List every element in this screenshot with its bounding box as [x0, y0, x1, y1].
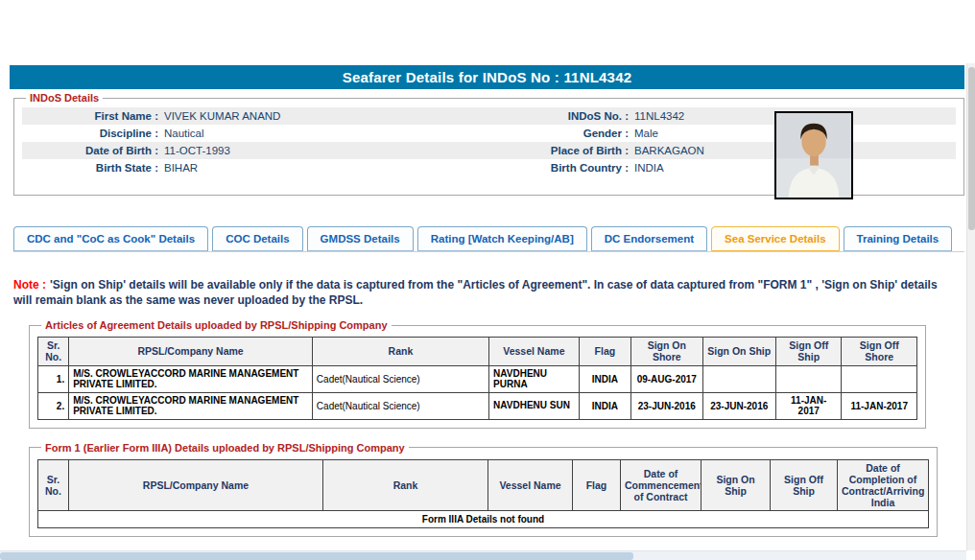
- first-name-label: First Name :: [22, 110, 164, 122]
- form1-table: Sr. No. RPSL/Company Name Rank Vessel Na…: [37, 459, 929, 528]
- tab-rating-watch-keeping-ab[interactable]: Rating [Watch Keeping/AB]: [417, 226, 587, 251]
- cell-rank: Cadet(Nautical Science): [312, 392, 488, 419]
- vertical-scrollbar-thumb[interactable]: [968, 67, 975, 230]
- table-row: 1. M/S. CROWLEYACCORD MARINE MANAGEMENT …: [38, 365, 917, 392]
- cell-sr-no: 1.: [38, 365, 69, 392]
- date-of-birth-label: Date of Birth :: [22, 145, 164, 156]
- form1-section: Form 1 (Earlier Form IIIA) Details uploa…: [29, 442, 938, 537]
- indos-no-label: INDoS No. :: [481, 110, 634, 122]
- col-rpsl-company-name: RPSL/Company Name: [69, 459, 323, 510]
- col-sr-no: Sr. No.: [38, 338, 69, 365]
- articles-header-row: Sr. No. RPSL/Company Name Rank Vessel Na…: [38, 338, 917, 365]
- note-body: 'Sign on Ship' details will be available…: [13, 278, 938, 307]
- cell-sr-no: 2.: [38, 392, 69, 419]
- cell-company: M/S. CROWLEYACCORD MARINE MANAGEMENT PRI…: [69, 365, 313, 392]
- discipline-label: Discipline :: [22, 128, 164, 139]
- tab-coc-details[interactable]: COC Details: [212, 226, 302, 251]
- first-name-value: VIVEK KUMAR ANAND: [164, 110, 481, 122]
- col-rank: Rank: [323, 459, 488, 510]
- tab-cdc-coc-cook-details[interactable]: CDC and "CoC as Cook" Details: [13, 226, 208, 251]
- cell-sign-on-shore: 23-JUN-2016: [631, 392, 702, 419]
- col-flag: Flag: [573, 459, 621, 510]
- birth-country-label: Birth Country :: [481, 162, 634, 174]
- articles-legend: Articles of Agreement Details uploaded b…: [41, 319, 392, 331]
- note-label: Note :: [13, 278, 46, 292]
- seafarer-photo: [774, 111, 853, 199]
- cell-sign-on-ship: 23-JUN-2016: [702, 392, 776, 419]
- col-sign-on-ship: Sign On Ship: [702, 459, 771, 510]
- vertical-scrollbar[interactable]: [966, 63, 975, 550]
- form1-header-row: Sr. No. RPSL/Company Name Rank Vessel Na…: [38, 459, 929, 510]
- gender-label: Gender :: [481, 128, 634, 139]
- col-sign-on-shore: Sign On Shore: [631, 338, 702, 365]
- col-sr-no: Sr. No.: [38, 459, 69, 510]
- col-vessel-name: Vessel Name: [489, 338, 580, 365]
- form1-legend: Form 1 (Earlier Form IIIA) Details uploa…: [41, 442, 409, 454]
- indos-details-section: INDoS Details First Name : VIVEK KUMAR A…: [13, 92, 964, 196]
- col-date-of-completion: Date of Completion of Contract/Arriving …: [838, 459, 929, 510]
- horizontal-scrollbar-thumb[interactable]: [0, 552, 633, 560]
- tab-sea-service-details[interactable]: Sea Service Details: [711, 226, 840, 251]
- cell-company: M/S. CROWLEYACCORD MARINE MANAGEMENT PRI…: [69, 392, 313, 419]
- cell-sign-off-shore: [842, 365, 917, 392]
- birth-state-label: Birth State :: [22, 162, 164, 174]
- articles-of-agreement-section: Articles of Agreement Details uploaded b…: [29, 319, 926, 428]
- discipline-value: Nautical: [164, 128, 481, 139]
- cell-flag: INDIA: [579, 392, 630, 419]
- note-text: Note :'Sign on Ship' details will be ava…: [13, 277, 953, 308]
- empty-message: Form IIIA Details not found: [38, 510, 929, 527]
- date-of-birth-value: 11-OCT-1993: [164, 145, 481, 156]
- horizontal-scrollbar[interactable]: [0, 550, 966, 560]
- col-flag: Flag: [579, 338, 630, 365]
- cell-flag: INDIA: [579, 365, 630, 392]
- page-title: Seafarer Details for INDoS No : 11NL4342: [10, 65, 964, 89]
- col-sign-off-ship: Sign Off Ship: [771, 459, 838, 510]
- place-of-birth-label: Place of Birth :: [481, 145, 634, 156]
- cell-sign-off-ship: [776, 365, 842, 392]
- table-row: 2. M/S. CROWLEYACCORD MARINE MANAGEMENT …: [38, 392, 917, 419]
- seafarer-details-page: Seafarer Details for INDoS No : 11NL4342…: [0, 0, 966, 550]
- cell-sign-on-shore: 09-AUG-2017: [631, 365, 702, 392]
- indos-details-legend: INDoS Details: [26, 92, 103, 104]
- col-date-of-commencement: Date of Commencement of Contract: [621, 459, 702, 510]
- cell-sign-off-shore: 11-JAN-2017: [842, 392, 917, 419]
- col-rank: Rank: [312, 338, 488, 365]
- birth-state-value: BIHAR: [164, 162, 481, 174]
- table-row-empty: Form IIIA Details not found: [38, 510, 929, 527]
- tab-bar: CDC and "CoC as Cook" Details COC Detail…: [13, 226, 964, 252]
- articles-table: Sr. No. RPSL/Company Name Rank Vessel Na…: [37, 337, 917, 419]
- cell-sign-off-ship: 11-JAN-2017: [776, 392, 842, 419]
- tab-dc-endorsement[interactable]: DC Endorsement: [591, 226, 707, 251]
- col-sign-off-shore: Sign Off Shore: [842, 338, 917, 365]
- cell-rank: Cadet(Nautical Science): [312, 365, 488, 392]
- cell-sign-on-ship: [702, 365, 776, 392]
- col-sign-on-ship: Sign On Ship: [702, 338, 776, 365]
- cell-vessel: NAVDHENU SUN: [489, 392, 580, 419]
- col-rpsl-company-name: RPSL/Company Name: [69, 338, 313, 365]
- tab-gmdss-details[interactable]: GMDSS Details: [307, 226, 414, 251]
- cell-vessel: NAVDHENU PURNA: [489, 365, 580, 392]
- col-sign-off-ship: Sign Off Ship: [776, 338, 842, 365]
- col-vessel-name: Vessel Name: [488, 459, 573, 510]
- tab-training-details[interactable]: Training Details: [844, 226, 953, 251]
